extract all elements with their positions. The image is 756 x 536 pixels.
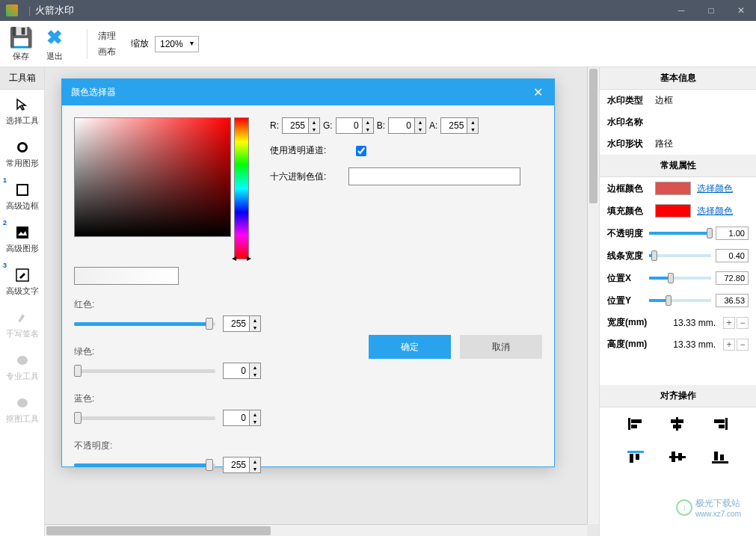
- advanced-border-tool[interactable]: 1 高级边框: [0, 175, 44, 218]
- alpha-label: 不透明度:: [74, 440, 261, 452]
- red-up[interactable]: ▲: [250, 316, 260, 324]
- advanced-text-tool[interactable]: 3 高级文字: [0, 260, 44, 303]
- height-value: 13.33 mm.: [657, 339, 719, 350]
- align-middle-button[interactable]: [669, 449, 686, 464]
- svg-rect-21: [678, 453, 682, 460]
- align-title: 对齐操作: [600, 385, 756, 407]
- red-slider[interactable]: [74, 322, 215, 326]
- line-width-label: 线条宽度: [607, 250, 645, 262]
- clear-canvas-line2[interactable]: 画布: [98, 46, 116, 58]
- posy-slider[interactable]: [649, 299, 711, 302]
- red-input[interactable]: [223, 315, 250, 332]
- alpha-up[interactable]: ▲: [250, 458, 260, 465]
- border-color-swatch[interactable]: [655, 182, 691, 195]
- svg-rect-14: [714, 419, 725, 423]
- a-label: A:: [429, 120, 437, 131]
- fill-color-swatch[interactable]: [655, 204, 691, 218]
- toolbar: 💾 保存 ✖ 退出 清理 画布 缩放 120%: [0, 21, 756, 67]
- g-input[interactable]: [336, 117, 363, 134]
- color-preview: [74, 267, 179, 285]
- svg-rect-7: [628, 418, 630, 430]
- height-plus[interactable]: +: [723, 339, 735, 351]
- hex-input[interactable]: [348, 167, 520, 185]
- pro-tool[interactable]: 专业工具: [0, 345, 44, 388]
- align-top-button[interactable]: [627, 449, 645, 464]
- opacity-input[interactable]: [716, 227, 749, 240]
- line-width-slider[interactable]: [649, 254, 711, 257]
- fill-color-choose-link[interactable]: 选择颜色: [697, 205, 733, 218]
- green-slider[interactable]: [74, 369, 215, 373]
- green-up[interactable]: ▲: [250, 363, 260, 371]
- line-width-input[interactable]: [716, 249, 749, 262]
- zoom-select[interactable]: 120%: [155, 36, 199, 52]
- border-color-label: 边框颜色: [607, 182, 649, 195]
- cursor-icon: [16, 96, 29, 114]
- site-text: 极光下载站: [695, 497, 741, 510]
- site-watermark: ↓ 极光下载站 www.xz7.com: [676, 497, 741, 518]
- watermark-name-label: 水印名称: [607, 116, 649, 129]
- zoom-value: 120%: [160, 39, 183, 49]
- posy-input[interactable]: [716, 294, 749, 307]
- blue-up[interactable]: ▲: [250, 410, 260, 418]
- save-icon: 💾: [9, 25, 33, 49]
- titlebar: | 火箭水印 ─ □ ✕: [0, 0, 756, 21]
- download-icon: ↓: [676, 499, 692, 516]
- posx-slider[interactable]: [649, 277, 711, 280]
- width-minus[interactable]: −: [737, 317, 749, 329]
- exit-button[interactable]: ✖ 退出: [46, 25, 63, 62]
- exit-icon: ✖: [46, 25, 63, 49]
- watermark-type-label: 水印类型: [607, 94, 649, 107]
- ok-button[interactable]: 确定: [369, 335, 451, 359]
- color-gradient-picker[interactable]: [74, 117, 231, 237]
- hue-slider[interactable]: ◂▸: [234, 117, 249, 259]
- blue-down[interactable]: ▼: [250, 418, 260, 425]
- alpha-down[interactable]: ▼: [250, 465, 260, 472]
- b-input[interactable]: [388, 117, 415, 134]
- svg-rect-20: [672, 452, 675, 462]
- dialog-close-button[interactable]: ✕: [530, 85, 545, 99]
- maximize-button[interactable]: □: [696, 0, 726, 21]
- posx-input[interactable]: [716, 271, 749, 285]
- green-down[interactable]: ▼: [250, 371, 260, 378]
- common-shapes-tool[interactable]: 常用图形: [0, 132, 44, 175]
- align-left-button[interactable]: [627, 416, 645, 431]
- height-label: 高度(mm): [607, 338, 652, 351]
- r-input[interactable]: [282, 117, 309, 134]
- clear-canvas-line1[interactable]: 清理: [98, 30, 116, 43]
- watermark-shape-value: 路径: [655, 138, 749, 150]
- green-input[interactable]: [223, 363, 250, 379]
- advanced-shapes-tool[interactable]: 2 高级图形: [0, 218, 44, 260]
- cancel-button[interactable]: 取消: [460, 335, 542, 359]
- width-plus[interactable]: +: [723, 317, 735, 329]
- opacity-slider[interactable]: [649, 232, 711, 235]
- align-center-button[interactable]: [669, 416, 686, 431]
- exit-label: 退出: [46, 51, 63, 62]
- scrollbar-horizontal[interactable]: [45, 524, 587, 536]
- blue-input[interactable]: [223, 410, 250, 426]
- hex-label: 十六进制色值:: [270, 170, 326, 183]
- border-color-choose-link[interactable]: 选择颜色: [697, 182, 733, 195]
- a-input[interactable]: [440, 117, 467, 134]
- align-bottom-button[interactable]: [711, 449, 729, 464]
- svg-rect-13: [725, 418, 728, 430]
- color-picker-dialog: 颜色选择器 ✕ ◂▸ 红色: ▲▼ 绿色:: [61, 78, 555, 467]
- close-button[interactable]: ✕: [726, 0, 756, 21]
- signature-tool[interactable]: 手写签名: [0, 303, 44, 345]
- alpha-channel-checkbox[interactable]: [356, 146, 366, 156]
- align-right-button[interactable]: [711, 416, 729, 431]
- red-down[interactable]: ▼: [250, 324, 260, 331]
- select-tool[interactable]: 选择工具: [0, 90, 44, 132]
- toolbar-divider: [87, 29, 87, 59]
- fill-color-label: 填充颜色: [607, 205, 649, 218]
- dialog-header[interactable]: 颜色选择器 ✕: [62, 79, 554, 105]
- alpha-slider[interactable]: [74, 463, 215, 467]
- svg-rect-15: [719, 425, 725, 428]
- scrollbar-vertical[interactable]: [587, 67, 599, 524]
- common-props-title: 常规属性: [600, 155, 756, 177]
- save-button[interactable]: 💾 保存: [9, 25, 33, 62]
- minimize-button[interactable]: ─: [666, 0, 696, 21]
- height-minus[interactable]: −: [737, 339, 749, 351]
- alpha-input[interactable]: [223, 457, 250, 473]
- blue-slider[interactable]: [74, 416, 215, 420]
- cutout-tool[interactable]: 抠图工具: [0, 388, 44, 431]
